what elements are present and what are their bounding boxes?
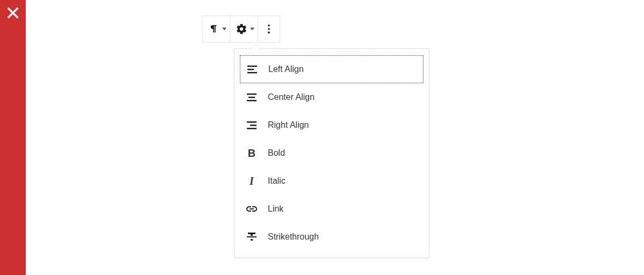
link-icon bbox=[245, 202, 258, 215]
svg-rect-8 bbox=[247, 93, 257, 95]
align-left-icon bbox=[246, 63, 259, 76]
italic-icon: I bbox=[245, 175, 258, 187]
menu-item-left-align[interactable]: Left Align bbox=[240, 55, 423, 83]
close-sidebar[interactable] bbox=[0, 0, 26, 275]
align-center-icon bbox=[245, 91, 258, 104]
menu-item-label: Link bbox=[268, 204, 283, 214]
menu-item-label: Right Align bbox=[268, 120, 309, 130]
svg-point-2 bbox=[268, 25, 270, 27]
align-right-icon bbox=[245, 119, 258, 132]
close-icon bbox=[5, 5, 20, 20]
more-vertical-icon bbox=[263, 23, 275, 35]
menu-item-label: Italic bbox=[268, 176, 286, 186]
menu-item-strikethrough[interactable]: Strikethrough bbox=[235, 223, 429, 251]
svg-rect-6 bbox=[247, 69, 254, 70]
svg-rect-7 bbox=[247, 72, 257, 74]
settings-button[interactable] bbox=[230, 16, 258, 42]
svg-rect-9 bbox=[248, 97, 255, 98]
format-dropdown: Left Align Center Align Right Align B Bo… bbox=[234, 48, 429, 258]
svg-rect-10 bbox=[247, 100, 257, 102]
more-options-button[interactable] bbox=[258, 16, 280, 42]
svg-rect-11 bbox=[247, 121, 257, 123]
menu-item-right-align[interactable]: Right Align bbox=[235, 111, 429, 139]
paragraph-icon bbox=[208, 23, 219, 35]
menu-item-italic[interactable]: I Italic bbox=[235, 167, 429, 195]
menu-item-label: Bold bbox=[268, 148, 285, 158]
strikethrough-icon bbox=[245, 230, 258, 243]
gear-icon bbox=[236, 23, 247, 35]
menu-item-link[interactable]: Link bbox=[235, 195, 429, 223]
menu-item-label: Strikethrough bbox=[268, 232, 319, 242]
block-toolbar bbox=[202, 16, 280, 42]
chevron-down-icon bbox=[222, 28, 226, 31]
menu-item-label: Left Align bbox=[268, 64, 304, 74]
svg-rect-12 bbox=[250, 125, 257, 126]
svg-rect-5 bbox=[247, 66, 257, 67]
menu-item-center-align[interactable]: Center Align bbox=[235, 83, 429, 111]
menu-item-label: Center Align bbox=[268, 92, 314, 102]
paragraph-button[interactable] bbox=[202, 16, 230, 42]
svg-point-4 bbox=[268, 32, 270, 34]
menu-item-bold[interactable]: B Bold bbox=[235, 139, 429, 167]
svg-rect-13 bbox=[247, 128, 257, 129]
svg-point-3 bbox=[268, 28, 270, 30]
chevron-down-icon bbox=[250, 28, 254, 31]
bold-icon: B bbox=[245, 147, 258, 160]
